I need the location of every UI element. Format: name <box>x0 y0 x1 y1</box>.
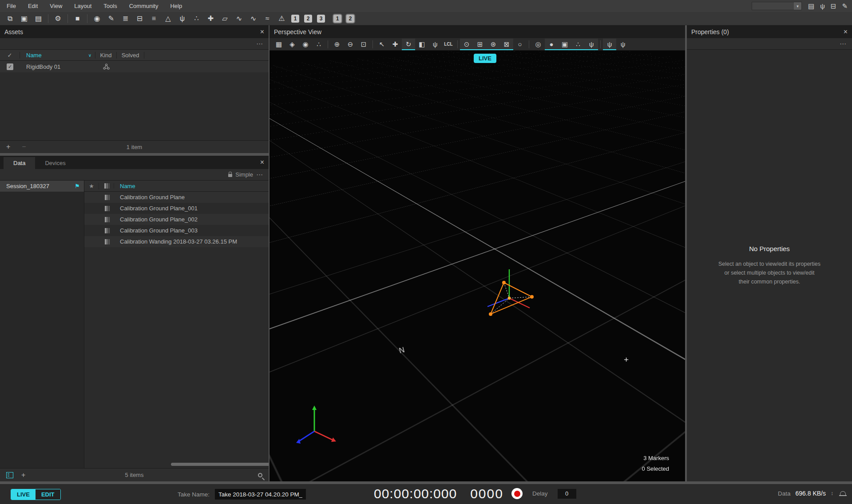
skeleton-builder-icon[interactable]: ψ <box>176 13 189 24</box>
custom-layout-1[interactable]: 1 <box>333 15 341 23</box>
remove-asset-button[interactable]: − <box>22 143 26 151</box>
skeleton-solve-icon[interactable]: ψ <box>603 39 616 50</box>
name-column-header[interactable]: Name ∨ <box>20 52 95 59</box>
menu-edit[interactable]: Edit <box>28 3 38 9</box>
viewport-3d-canvas[interactable]: LIVE N + <box>269 51 685 481</box>
save-project-as-icon[interactable]: ▤ <box>32 13 45 24</box>
take-name-input[interactable] <box>215 489 306 500</box>
avatar-view-icon[interactable]: ψ <box>616 39 630 50</box>
custom-layout-2[interactable]: 2 <box>346 15 354 23</box>
calibration-panel-icon[interactable]: ▤ <box>808 2 814 10</box>
select-marker-sets-icon[interactable]: ⊛ <box>487 39 500 50</box>
show-cameras-icon[interactable]: ▣ <box>558 39 571 50</box>
quick-select-dropdown[interactable]: ▾ <box>752 2 802 10</box>
layout-preset-2[interactable]: 2 <box>304 15 312 23</box>
name-column-header[interactable]: Name <box>114 183 135 189</box>
status-log-icon[interactable]: ⚠ <box>275 13 288 24</box>
rigid-body-builder-icon[interactable]: △ <box>162 13 174 24</box>
simple-mode-label[interactable]: Simple <box>235 171 253 178</box>
translate-tool-icon[interactable]: ✚ <box>388 39 402 50</box>
menu-file[interactable]: File <box>7 3 16 9</box>
capture-layers-icon[interactable]: ≣ <box>119 13 132 24</box>
select-markers-icon[interactable]: ⊙ <box>460 39 473 50</box>
notifications-bell-icon[interactable] <box>840 491 846 496</box>
star-column-header[interactable]: ★ <box>84 183 99 189</box>
session-item[interactable]: Session_180327 ⚑ <box>0 181 84 192</box>
search-icon[interactable] <box>258 473 262 477</box>
edit-tools-icon[interactable]: ✎ <box>842 2 848 10</box>
viewport-pane-icon[interactable]: ■ <box>71 13 84 24</box>
menu-tools[interactable]: Tools <box>103 3 117 9</box>
rigid-body-3d-object[interactable] <box>479 264 551 322</box>
open-project-icon[interactable]: ⧉ <box>4 13 16 24</box>
more-options-icon[interactable]: ⋯ <box>840 40 847 48</box>
close-icon[interactable]: × <box>260 28 264 35</box>
graph-view-2-icon[interactable]: ∿ <box>247 13 260 24</box>
updown-chevron-icon[interactable]: ↕ <box>831 490 833 496</box>
data-streaming-icon[interactable]: ≈ <box>261 13 274 24</box>
close-icon[interactable]: × <box>844 28 848 35</box>
visibility-all-icon[interactable]: ◎ <box>531 39 545 50</box>
marker-set-icon[interactable]: ∴ <box>190 13 203 24</box>
take-row[interactable]: Calibration Ground Plane_003 <box>84 225 269 236</box>
add-asset-button[interactable]: + <box>6 143 10 151</box>
builder-panel-icon[interactable]: ψ <box>820 2 825 10</box>
labeling-icon[interactable]: ▱ <box>218 13 231 24</box>
menu-layout[interactable]: Layout <box>74 3 91 9</box>
more-options-icon[interactable]: ⋯ <box>256 171 263 179</box>
take-list-icon[interactable]: ≡ <box>147 13 160 24</box>
cube-view-icon[interactable]: ◈ <box>285 39 299 50</box>
edit-mode-button[interactable]: EDIT <box>36 489 60 500</box>
menu-view[interactable]: View <box>50 3 62 9</box>
take-type-column-header[interactable] <box>99 183 114 189</box>
more-options-icon[interactable]: ⋯ <box>256 40 263 48</box>
rotate-tool-icon[interactable]: ↻ <box>402 39 415 50</box>
select-rigid-bodies-icon[interactable]: ○ <box>513 39 527 50</box>
grid-view-icon[interactable]: ▦ <box>272 39 285 50</box>
measurement-tools-icon[interactable]: ✚ <box>204 13 217 24</box>
close-icon[interactable]: × <box>260 159 264 166</box>
session-pane-toggle-icon[interactable] <box>6 472 13 478</box>
select-skeletons-icon[interactable]: ⊠ <box>500 39 513 50</box>
scale-tool-icon[interactable]: ◧ <box>415 39 428 50</box>
zoom-out-icon[interactable]: ⊖ <box>344 39 357 50</box>
graph-view-1-icon[interactable]: ∿ <box>233 13 246 24</box>
show-marker-sets-icon[interactable]: ∴ <box>571 39 585 50</box>
solved-column-header[interactable]: Solved <box>117 52 144 59</box>
capture-archive-icon[interactable]: ⊟ <box>133 13 146 24</box>
take-row[interactable]: Calibration Ground Plane_001 <box>84 203 269 214</box>
select-tool-icon[interactable]: ↖ <box>375 39 388 50</box>
follow-tool-icon[interactable]: ψ <box>428 39 442 50</box>
kind-column-header[interactable]: Kind <box>95 52 117 59</box>
tab-devices[interactable]: Devices <box>35 157 75 169</box>
marker-links-icon[interactable]: ∴ <box>312 39 325 50</box>
menu-community[interactable]: Community <box>129 3 159 9</box>
record-button[interactable] <box>511 488 523 499</box>
asset-checkbox[interactable]: ✓ <box>7 63 13 70</box>
select-cameras-icon[interactable]: ⊞ <box>473 39 487 50</box>
show-markers-icon[interactable]: ● <box>545 39 558 50</box>
camera-view-icon[interactable]: ◉ <box>299 39 312 50</box>
delay-input[interactable] <box>558 489 576 499</box>
tab-data[interactable]: Data <box>4 157 35 169</box>
camera-preview-icon[interactable]: ⊟ <box>831 2 836 10</box>
camera-calibration-icon[interactable]: ◉ <box>91 13 103 24</box>
application-settings-icon[interactable]: ⚙ <box>52 13 64 24</box>
horizontal-scrollbar[interactable] <box>171 463 269 466</box>
add-session-button[interactable]: + <box>21 471 25 479</box>
save-project-icon[interactable]: ▣ <box>18 13 31 24</box>
take-row[interactable]: Calibration Wanding 2018-03-27 03.26.15 … <box>84 236 269 247</box>
asset-row[interactable]: ✓ RigidBody 01 <box>0 61 269 72</box>
layout-preset-1[interactable]: 1 <box>291 15 299 23</box>
calibration-wand-icon[interactable]: ✎ <box>105 13 118 24</box>
check-column-header[interactable]: ✓ <box>0 52 20 59</box>
take-row[interactable]: Calibration Ground Plane <box>84 192 269 203</box>
show-skeletons-icon[interactable]: ψ <box>585 39 598 50</box>
take-row[interactable]: Calibration Ground Plane_002 <box>84 214 269 225</box>
menu-help[interactable]: Help <box>170 3 182 9</box>
lcl-toggle[interactable]: LCL <box>442 39 455 50</box>
zoom-fit-icon[interactable]: ⊡ <box>357 39 370 50</box>
layout-preset-3[interactable]: 3 <box>317 15 325 23</box>
live-mode-button[interactable]: LIVE <box>11 489 36 500</box>
zoom-in-icon[interactable]: ⊕ <box>330 39 344 50</box>
